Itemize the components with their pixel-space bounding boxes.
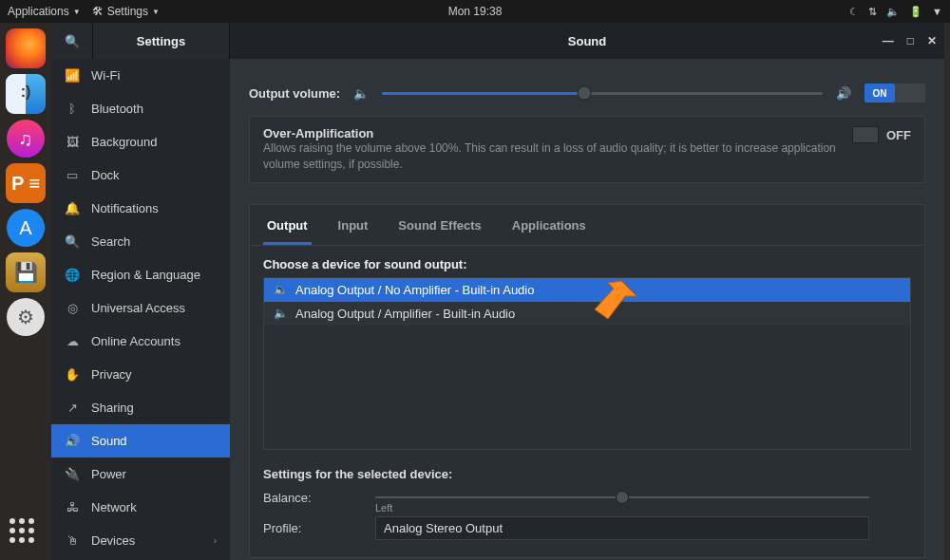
sidebar-item-bluetooth[interactable]: ᛒBluetooth: [51, 92, 230, 125]
output-device-item[interactable]: 🔈Analog Output / Amplifier - Built-in Au…: [264, 302, 910, 326]
search-button[interactable]: 🔍: [51, 23, 93, 59]
speaker-icon: 🔈: [274, 307, 288, 320]
over-amplification-section: Over-Amplification Allows raising the vo…: [249, 116, 925, 183]
accessibility-icon: ◎: [65, 301, 80, 315]
network-icon[interactable]: ⇅: [868, 6, 877, 18]
volume-icon[interactable]: 🔈: [886, 6, 900, 18]
power-icon: 🔌: [65, 467, 80, 481]
over-amplification-title: Over-Amplification: [263, 126, 837, 140]
system-topbar: Applications ▼ 🛠 Settings ▼ Mon 19:38 ☾ …: [0, 0, 950, 23]
profile-label: Profile:: [263, 521, 358, 535]
volume-high-icon: 🔊: [836, 86, 851, 101]
dock-presentation[interactable]: P ≡: [6, 163, 46, 203]
over-amplification-switch[interactable]: [852, 126, 879, 143]
balance-label: Balance:: [263, 491, 358, 505]
choose-output-device-label: Choose a device for sound output:: [263, 257, 911, 271]
balance-slider[interactable]: Left: [375, 496, 869, 498]
dock-disk[interactable]: 💾: [6, 252, 46, 292]
chevron-right-icon: ›: [214, 535, 217, 546]
tab-output[interactable]: Output: [263, 213, 312, 245]
privacy-icon: ✋: [65, 367, 80, 382]
sidebar-item-dock[interactable]: ▭Dock: [51, 159, 230, 192]
dock-icon: ▭: [65, 168, 80, 182]
sharing-icon: ↗: [65, 401, 80, 415]
tab-input[interactable]: Input: [334, 213, 372, 245]
maximize-button[interactable]: □: [907, 34, 914, 47]
speaker-icon: 🔈: [274, 283, 288, 296]
sidebar-item-power[interactable]: 🔌Power: [51, 457, 230, 491]
sidebar-title: Settings: [93, 23, 230, 59]
dock-firefox[interactable]: [6, 28, 46, 68]
sidebar-item-background[interactable]: 🖼Background: [51, 125, 230, 159]
sidebar-item-wifi[interactable]: 📶Wi-Fi: [51, 59, 230, 92]
minimize-button[interactable]: —: [883, 34, 894, 47]
sidebar-item-devices[interactable]: 🖱Devices›: [51, 524, 230, 557]
cloud-icon: ☁: [65, 334, 80, 348]
balance-left-label: Left: [375, 502, 392, 513]
tab-applications[interactable]: Applications: [508, 213, 590, 245]
sidebar-item-sound[interactable]: 🔊Sound: [51, 424, 230, 457]
open-app-indicator[interactable]: 🛠 Settings ▼: [92, 5, 160, 18]
globe-icon: 🌐: [65, 268, 80, 282]
sidebar-item-region[interactable]: 🌐Region & Language: [51, 258, 230, 291]
sound-icon: 🔊: [65, 434, 80, 448]
settings-sidebar: 📶Wi-Fi ᛒBluetooth 🖼Background ▭Dock 🔔Not…: [51, 59, 230, 560]
sidebar-item-privacy[interactable]: ✋Privacy: [51, 358, 230, 391]
night-light-icon[interactable]: ☾: [849, 6, 859, 18]
power-menu-icon[interactable]: ▼: [932, 6, 942, 17]
profile-select[interactable]: Analog Stereo Output: [375, 516, 869, 540]
over-amplification-desc: Allows raising the volume above 100%. Th…: [263, 140, 837, 173]
devices-icon: 🖱: [65, 533, 80, 548]
dock: ♫ P ≡ A 💾 ⚙: [0, 23, 51, 560]
output-volume-switch[interactable]: ON: [864, 84, 925, 103]
tab-sound-effects[interactable]: Sound Effects: [394, 213, 484, 245]
volume-low-icon: 🔈: [353, 86, 369, 101]
settings-for-device-label: Settings for the selected device:: [263, 467, 911, 481]
wifi-icon: 📶: [65, 68, 80, 83]
show-applications-button[interactable]: [10, 518, 42, 551]
sound-tabs: Output Input Sound Effects Applications: [250, 205, 924, 246]
output-volume-slider[interactable]: [382, 92, 823, 95]
bluetooth-icon: ᛒ: [65, 102, 80, 116]
battery-icon[interactable]: 🔋: [909, 6, 922, 18]
sidebar-item-online-accounts[interactable]: ☁Online Accounts: [51, 325, 230, 358]
over-amplification-switch-label: OFF: [886, 128, 911, 142]
network-icon: 🖧: [65, 500, 80, 514]
dock-finder[interactable]: [6, 74, 46, 114]
applications-menu[interactable]: Applications ▼: [8, 5, 81, 18]
dock-settings[interactable]: ⚙: [7, 298, 45, 336]
sidebar-item-notifications[interactable]: 🔔Notifications: [51, 192, 230, 225]
sidebar-item-sharing[interactable]: ↗Sharing: [51, 391, 230, 424]
background-icon: 🖼: [65, 135, 80, 149]
output-volume-label: Output volume:: [249, 86, 340, 101]
titlebar: 🔍 Settings Sound — □ ✕: [51, 23, 944, 59]
page-title: Sound: [568, 34, 606, 48]
dock-appstore[interactable]: A: [7, 209, 45, 247]
sidebar-item-search[interactable]: 🔍Search: [51, 225, 230, 258]
output-device-item[interactable]: 🔈Analog Output / No Amplifier - Built-in…: [264, 278, 910, 302]
settings-window: 🔍 Settings Sound — □ ✕ 📶Wi-Fi ᛒBluetooth…: [51, 23, 944, 560]
bell-icon: 🔔: [65, 201, 80, 215]
output-device-list: 🔈Analog Output / No Amplifier - Built-in…: [263, 277, 911, 450]
sound-settings-content: Output volume: 🔈 🔊 ON Over-Amplification: [230, 59, 944, 560]
sidebar-item-universal-access[interactable]: ◎Universal Access: [51, 291, 230, 325]
search-icon: 🔍: [65, 234, 80, 249]
dock-music[interactable]: ♫: [7, 120, 45, 158]
close-button[interactable]: ✕: [927, 34, 937, 47]
sidebar-item-network[interactable]: 🖧Network: [51, 491, 230, 524]
clock[interactable]: Mon 19:38: [448, 5, 503, 18]
